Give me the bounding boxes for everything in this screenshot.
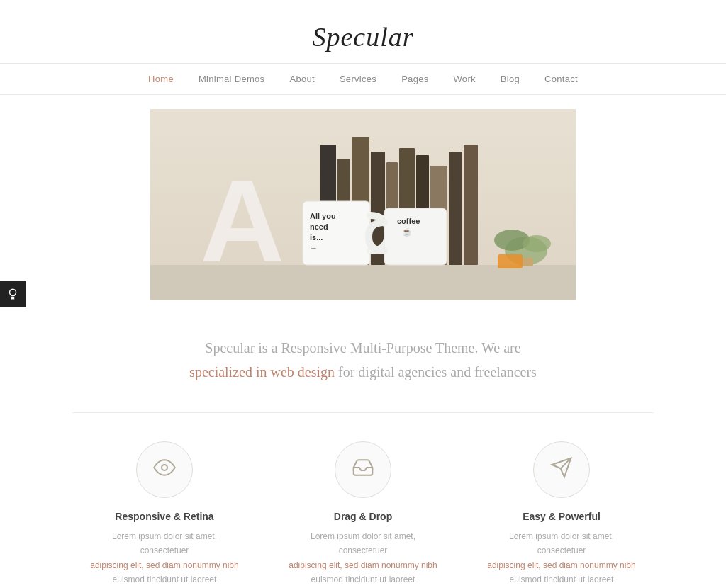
feature-desc-drag: Lorem ipsum dolor sit amet, consectetuer… (285, 529, 441, 587)
inbox-icon (352, 456, 374, 484)
svg-rect-12 (464, 145, 478, 265)
nav-services[interactable]: Services (340, 74, 376, 84)
features-section: Responsive & Retina Lorem ipsum dolor si… (0, 427, 726, 588)
logo: Specular (312, 14, 413, 63)
nav-pages[interactable]: Pages (401, 74, 428, 84)
svg-text:A: A (200, 156, 284, 286)
section-divider (72, 412, 653, 413)
nav-work[interactable]: Work (454, 74, 476, 84)
svg-point-27 (162, 465, 167, 470)
svg-text:coffee: coffee (397, 217, 420, 225)
tagline-part1: Specular is a Responsive Multi-Purpose T… (205, 340, 520, 356)
floating-lightbulb-button[interactable] (0, 281, 26, 307)
svg-text:☕: ☕ (402, 227, 412, 237)
feature-title-easy: Easy & Powerful (523, 511, 601, 522)
feature-icon-circle-send (533, 441, 590, 498)
feature-drag-drop: Drag & Drop Lorem ipsum dolor sit amet, … (285, 441, 441, 587)
site-header: Specular Home Minimal Demos About Servic… (0, 0, 726, 95)
lightbulb-icon (6, 288, 19, 300)
feature-easy-powerful: Easy & Powerful Lorem ipsum dolor sit am… (484, 441, 640, 587)
eye-icon (153, 456, 176, 484)
send-icon (550, 456, 573, 484)
nav-bottom-divider (0, 94, 726, 95)
feature-title-responsive: Responsive & Retina (115, 511, 213, 522)
svg-text:All you: All you (310, 212, 336, 220)
nav-minimal-demos[interactable]: Minimal Demos (199, 74, 264, 84)
svg-rect-11 (449, 152, 462, 265)
svg-text:is...: is... (310, 233, 323, 242)
hero-scene: A All you need is... → coffee ☕ (150, 109, 576, 300)
tagline-part3: for digital agencies and freelancers (335, 364, 537, 380)
feature-responsive-retina: Responsive & Retina Lorem ipsum dolor si… (86, 441, 242, 587)
svg-point-24 (523, 235, 551, 252)
books-background: A All you need is... → coffee ☕ (150, 109, 576, 300)
feature-desc-responsive: Lorem ipsum dolor sit amet, consectetuer… (86, 529, 242, 587)
hero-section: A All you need is... → coffee ☕ (0, 95, 726, 315)
nav-about[interactable]: About (289, 74, 314, 84)
tagline-section: Specular is a Responsive Multi-Purpose T… (0, 315, 726, 405)
svg-text:→: → (310, 244, 318, 252)
tagline-highlight: specialized in web design (189, 364, 335, 380)
nav-blog[interactable]: Blog (501, 74, 520, 84)
svg-text:need: need (310, 222, 328, 231)
tagline-text: Specular is a Responsive Multi-Purpose T… (142, 336, 584, 384)
nav-home[interactable]: Home (148, 74, 174, 84)
feature-icon-circle-inbox (335, 441, 391, 498)
hero-image: A All you need is... → coffee ☕ (150, 109, 576, 300)
main-nav: Home Minimal Demos About Services Pages … (148, 64, 578, 94)
nav-contact[interactable]: Contact (544, 74, 578, 84)
feature-icon-circle-eye (136, 441, 193, 498)
feature-title-drag: Drag & Drop (334, 511, 392, 522)
feature-desc-easy: Lorem ipsum dolor sit amet, consectetuer… (484, 529, 640, 587)
logo-text: Specular (312, 22, 413, 52)
svg-rect-26 (498, 254, 523, 268)
